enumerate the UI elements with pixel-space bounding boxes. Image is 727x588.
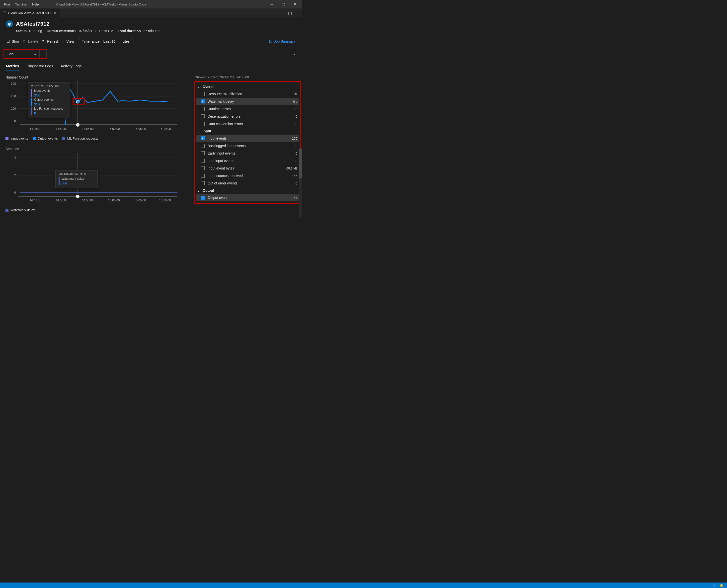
svg-text:2: 2 [14, 173, 16, 177]
svg-text:14:45:00: 14:45:00 [30, 199, 41, 202]
collapse-chevron-icon[interactable]: ⌄ [292, 51, 296, 57]
status-value: Running [29, 29, 42, 33]
metric-label: Runtime errors [208, 107, 293, 111]
metric-value: 0 [296, 151, 297, 155]
metric-row[interactable]: Deserialization errors0 [196, 113, 299, 120]
svg-text:15:00:00: 15:00:00 [108, 199, 120, 202]
watermark-label: Output watermark [47, 29, 77, 33]
svg-text:14:55:00: 14:55:00 [82, 199, 94, 202]
checkbox[interactable]: ✓ [201, 100, 205, 103]
metric-row[interactable]: Runtime errors0 [196, 105, 299, 113]
more-icon[interactable]: ··· [295, 11, 299, 15]
checkbox[interactable] [201, 166, 205, 170]
stop-button[interactable]: ☐ Stop [6, 39, 19, 44]
metric-label: Backlogged input events [208, 144, 293, 148]
metric-row[interactable]: Resource % utilization6% [196, 90, 299, 98]
metric-row[interactable]: Late input events0 [196, 157, 299, 165]
checkbox[interactable] [201, 159, 205, 163]
legend-item[interactable]: ML Function requests [62, 136, 99, 140]
metric-value: 156 [292, 174, 297, 178]
checkbox[interactable] [201, 144, 205, 148]
tooltip1-label-0: Input events [34, 89, 50, 92]
delete-button[interactable]: 🗑 Delete [22, 39, 38, 44]
scope-row: Job ⌄ ⌄ [0, 47, 302, 61]
metric-value: 156 [292, 136, 297, 140]
job-summary-button[interactable]: 🗎 Job Summary [269, 39, 296, 43]
metric-row[interactable]: ✓Input events156 [196, 134, 299, 142]
metric-group-header[interactable]: ⌄Overall [196, 83, 299, 90]
metric-row[interactable]: Input event bytes69.3 kB [196, 165, 299, 172]
job-icon: ◐ [6, 20, 13, 27]
metric-row[interactable]: ✓Watermark delay0 s [196, 98, 299, 105]
checkbox[interactable] [201, 92, 205, 96]
refresh-button[interactable]: ⟳ Refresh [42, 39, 59, 44]
legend-item[interactable]: Output events [33, 136, 58, 140]
metric-row[interactable]: ✓Output events157 [196, 194, 299, 202]
menu-help[interactable]: Help [30, 2, 41, 6]
menu-terminal[interactable]: Terminal [13, 2, 30, 6]
menu-run[interactable]: Run [1, 2, 13, 6]
timerange-pill[interactable]: Time range : Last 30 minutes [78, 38, 134, 45]
tab-diagnostic-logs[interactable]: Diagnostic Logs [26, 62, 54, 71]
svg-text:15:05:00: 15:05:00 [134, 199, 146, 202]
chart2[interactable]: 4 2 0 14:45:00 14:50:00 14:55:00 15:00:0… [5, 153, 190, 203]
checkbox[interactable] [201, 122, 205, 126]
metric-value: 69.3 kB [286, 167, 297, 170]
scope-highlight: Job ⌄ [3, 49, 47, 59]
metric-group-header[interactable]: ⌄Input [196, 128, 299, 134]
window-minimize[interactable]: ─ [266, 2, 278, 6]
chart2-tooltip: 2021/07/06 14:53:00 Watermark delay 0 s [55, 170, 98, 188]
tab-metrics[interactable]: Metrics [5, 62, 20, 71]
metric-group-name: Output [202, 188, 214, 192]
window-maximize[interactable]: ▢ [278, 2, 289, 6]
tooltip1-val-1: 157 [34, 102, 53, 106]
chart1[interactable]: 300 200 100 0 14:45:00 14:50:00 14:55:00… [5, 81, 190, 131]
metric-row[interactable]: Data conversion errors0 [196, 120, 299, 128]
checkbox[interactable] [201, 107, 205, 111]
metric-group-name: Overall [202, 85, 214, 89]
checkbox[interactable] [201, 114, 205, 119]
refresh-label: Refresh [47, 39, 59, 43]
editor-tab[interactable]: ☰ Cloud Job View: ASAtest7912 ✕ [0, 8, 60, 18]
scrollbar[interactable] [299, 149, 302, 218]
metric-row[interactable]: Out of order events0 [196, 180, 299, 187]
scope-side-button[interactable] [40, 49, 47, 58]
legend-item[interactable]: Watermark delay [5, 208, 35, 212]
metric-value: 0 [296, 107, 297, 111]
chevron-down-icon: ⌄ [197, 129, 200, 133]
scope-dropdown[interactable]: Job ⌄ [5, 49, 40, 58]
view-label: View [66, 39, 74, 43]
tab-activity-logs[interactable]: Activity Logs [60, 62, 82, 71]
metric-value: 0 [296, 122, 297, 126]
scrollbar-thumb[interactable] [299, 149, 302, 178]
checkbox[interactable] [201, 151, 205, 155]
checkbox[interactable]: ✓ [201, 196, 205, 200]
window-close[interactable]: ✕ [289, 2, 301, 6]
swatch-icon [31, 98, 32, 106]
legend-item[interactable]: Input events [5, 136, 28, 140]
checkbox[interactable] [201, 181, 205, 185]
metric-row[interactable]: Early input events0 [196, 150, 299, 157]
swatch-icon [5, 209, 8, 212]
metric-row[interactable]: Backlogged input events0 [196, 142, 299, 150]
metric-value: 0 [296, 115, 297, 119]
metrics-pane: Showing current 2021/07/06 14:53:00 ⌄Ove… [194, 75, 301, 212]
metric-group-header[interactable]: ⌄Output [196, 187, 299, 194]
metric-label: Early input events [208, 151, 293, 155]
svg-point-21 [76, 195, 80, 198]
svg-text:14:50:00: 14:50:00 [56, 127, 67, 131]
metric-group-name: Input [202, 129, 211, 133]
duration-label: Total duration [118, 29, 141, 33]
swatch-icon [33, 137, 36, 140]
svg-text:14:50:00: 14:50:00 [56, 199, 67, 202]
tooltip2-date: 2021/07/06 14:53:00 [59, 172, 94, 176]
tooltip1-val-2: 0 [34, 111, 63, 115]
checkbox[interactable]: ✓ [201, 136, 205, 140]
metric-row[interactable]: Input sources received156 [196, 172, 299, 180]
main-content: Number Count [0, 71, 302, 212]
svg-text:4: 4 [14, 156, 16, 160]
swatch-icon [31, 89, 32, 97]
split-editor-icon[interactable]: ◫ [288, 11, 292, 16]
tab-close-icon[interactable]: ✕ [54, 11, 57, 15]
checkbox[interactable] [201, 174, 205, 178]
